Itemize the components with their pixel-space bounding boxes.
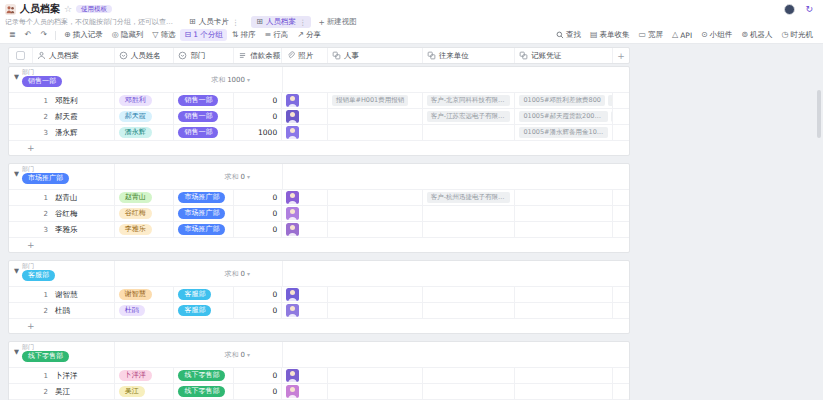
row-select-area[interactable] (9, 93, 33, 108)
collapse-group-icon[interactable]: ▼ (14, 267, 19, 275)
hide-fields-button[interactable]: ◎隐藏列 (108, 29, 147, 41)
link-pill[interactable]: 客户-北京同科科技有限公司 (427, 95, 511, 106)
column-photo[interactable]: 照片 (282, 48, 328, 63)
group-sum[interactable]: 求和0▾ (115, 164, 283, 189)
cell-person-name[interactable]: 潘永辉 (51, 125, 115, 140)
group-header[interactable]: ▼ 部门 客服部 求和0▾ (9, 261, 629, 287)
column-dept[interactable]: 部门 (174, 48, 234, 63)
table-row[interactable]: 1 赵青山 赵青山 市场推广部 0 客户-杭州迅捷电子有限公… (9, 190, 629, 206)
column-primary[interactable]: 人员档案 (33, 48, 115, 63)
table-row[interactable]: 3 潘永辉 潘永辉 销售一部 1000 01005#潘永辉备用金1000 (9, 125, 629, 141)
table-row[interactable]: 2 郝天霞 郝天霞 销售一部 0 客户-江苏宏远电子有限公… 01005#郝天霞… (9, 109, 629, 125)
cell-name-tag[interactable]: 卜洋洋 (115, 368, 175, 383)
link-pill[interactable]: 客户-江苏宏远电子有限公… (427, 111, 511, 122)
cell-voucher-link[interactable] (515, 287, 613, 302)
table-row[interactable]: 1 邓胜利 邓胜利 销售一部 0 报销单#H001费用报销 客户-北京同科科技有… (9, 93, 629, 109)
cell-company-link[interactable] (423, 287, 516, 302)
cell-balance[interactable]: 0 (234, 222, 282, 237)
cell-name-tag[interactable]: 赵青山 (115, 190, 175, 205)
link-pill[interactable]: 客户-杭州迅捷电子有限公… (427, 192, 511, 203)
tab-menu-icon[interactable]: ⋮ (299, 18, 307, 27)
widescreen-button[interactable]: ▭宽屏 (635, 29, 668, 41)
undo-button[interactable]: ↶ (21, 30, 36, 40)
robot-button[interactable]: ⊚机器人 (737, 29, 776, 41)
cell-name-tag[interactable]: 郝天霞 (115, 109, 175, 124)
user-avatar[interactable] (784, 4, 795, 15)
table-row[interactable]: 1 谢智慧 谢智慧 客服部 0 (9, 287, 629, 303)
cell-hr-link[interactable] (328, 190, 423, 205)
cell-department[interactable]: 客服部 (174, 303, 234, 318)
cell-department[interactable]: 客服部 (174, 287, 234, 302)
group-header[interactable]: ▼ 部门 线下零售部 求和0▾ (9, 342, 629, 368)
group-sum[interactable]: 求和0▾ (115, 261, 283, 286)
cell-photo[interactable] (282, 125, 328, 140)
row-select-area[interactable] (9, 222, 33, 237)
cell-company-link[interactable] (423, 206, 516, 221)
history-icon[interactable]: ↻ (805, 5, 813, 14)
row-select-area[interactable] (9, 384, 33, 399)
table-row[interactable]: 1 卜洋洋 卜洋洋 线下零售部 0 (9, 368, 629, 384)
cell-hr-link[interactable] (328, 206, 423, 221)
cell-person-name[interactable]: 谢智慧 (51, 287, 115, 302)
cell-person-name[interactable]: 吴江 (51, 384, 115, 399)
cell-name-tag[interactable]: 谢智慧 (115, 287, 175, 302)
cell-name-tag[interactable]: 谷红梅 (115, 206, 175, 221)
cell-photo[interactable] (282, 303, 328, 318)
cell-hr-link[interactable]: 报销单#H001费用报销 (328, 93, 423, 108)
select-all-cell[interactable] (9, 48, 33, 63)
cell-name-tag[interactable]: 邓胜利 (115, 93, 175, 108)
cell-company-link[interactable]: 客户-北京同科科技有限公司 (423, 93, 516, 108)
column-voucher[interactable]: 记账凭证 (515, 48, 613, 63)
cell-hr-link[interactable] (328, 109, 423, 124)
cell-balance[interactable]: 1000 (234, 125, 282, 140)
cell-photo[interactable] (282, 206, 328, 221)
cell-department[interactable]: 市场推广部 (174, 206, 234, 221)
cell-person-name[interactable]: 郝天霞 (51, 109, 115, 124)
cell-voucher-link[interactable]: 01005#邓胜利差旅费80001005#差旅费报销800 (515, 93, 613, 108)
cell-company-link[interactable] (423, 125, 516, 140)
cell-hr-link[interactable] (328, 303, 423, 318)
cell-company-link[interactable]: 客户-杭州迅捷电子有限公… (423, 190, 516, 205)
add-record-row[interactable]: + (9, 319, 629, 333)
group-sum[interactable]: 求和1000▾ (115, 67, 283, 92)
cell-department[interactable]: 线下零售部 (174, 368, 234, 383)
cell-balance[interactable]: 0 (234, 368, 282, 383)
cell-person-name[interactable]: 李雅乐 (51, 222, 115, 237)
cell-balance[interactable]: 0 (234, 190, 282, 205)
widget-button[interactable]: ⊙小组件 (697, 29, 736, 41)
link-pill[interactable]: 01005#潘永辉备用金1000 (519, 127, 608, 138)
cell-person-name[interactable]: 杜鹃 (51, 303, 115, 318)
cell-photo[interactable] (282, 287, 328, 302)
add-record-row[interactable]: + (9, 141, 629, 155)
cell-hr-link[interactable] (328, 287, 423, 302)
cell-balance[interactable]: 0 (234, 384, 282, 399)
group-sum[interactable]: 求和0▾ (115, 342, 283, 367)
cell-balance[interactable]: 0 (234, 287, 282, 302)
cell-hr-link[interactable] (328, 125, 423, 140)
cell-company-link[interactable] (423, 222, 516, 237)
row-select-area[interactable] (9, 109, 33, 124)
cell-department[interactable]: 线下零售部 (174, 384, 234, 399)
cell-person-name[interactable]: 卜洋洋 (51, 368, 115, 383)
row-height-button[interactable]: ≡行高 (261, 29, 293, 41)
cell-voucher-link[interactable] (515, 303, 613, 318)
doc-description[interactable]: 记录每个人员的档案，不仅能按部门分组，还可以查看每个人的消费记录… (5, 17, 177, 27)
row-select-area[interactable] (9, 190, 33, 205)
time-machine-button[interactable]: ◷时光机 (778, 29, 817, 41)
column-company[interactable]: 往来单位 (423, 48, 516, 63)
cell-company-link[interactable] (423, 368, 516, 383)
filter-button[interactable]: ▽筛选 (148, 29, 179, 41)
new-view-button[interactable]: + 新建视图 (318, 17, 356, 27)
row-select-area[interactable] (9, 368, 33, 383)
link-pill[interactable]: 01005#郝天霞货款200000 (519, 111, 608, 122)
vertical-scrollbar[interactable] (817, 90, 821, 138)
cell-person-name[interactable]: 邓胜利 (51, 93, 115, 108)
cell-balance[interactable]: 0 (234, 206, 282, 221)
cell-photo[interactable] (282, 222, 328, 237)
cell-voucher-link[interactable] (515, 206, 613, 221)
cell-company-link[interactable] (423, 384, 516, 399)
cell-department[interactable]: 销售一部 (174, 125, 234, 140)
cell-photo[interactable] (282, 93, 328, 108)
cell-photo[interactable] (282, 368, 328, 383)
favorite-star-icon[interactable]: ☆ (64, 5, 72, 14)
